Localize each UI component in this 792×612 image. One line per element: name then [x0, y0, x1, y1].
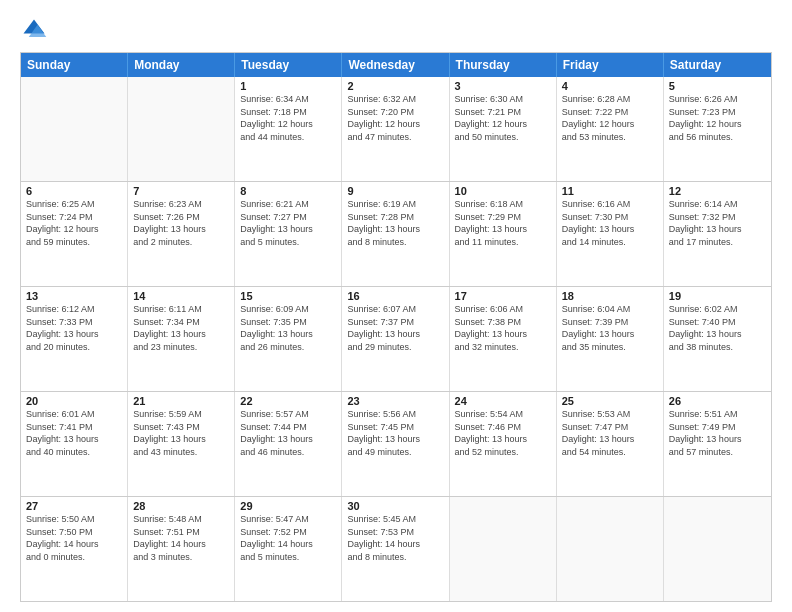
day-info: Sunrise: 6:01 AM Sunset: 7:41 PM Dayligh… — [26, 408, 122, 458]
day-cell-13: 13Sunrise: 6:12 AM Sunset: 7:33 PM Dayli… — [21, 287, 128, 391]
day-cell-empty-1 — [128, 77, 235, 181]
day-cell-14: 14Sunrise: 6:11 AM Sunset: 7:34 PM Dayli… — [128, 287, 235, 391]
day-cell-24: 24Sunrise: 5:54 AM Sunset: 7:46 PM Dayli… — [450, 392, 557, 496]
day-cell-empty-4 — [450, 497, 557, 601]
day-cell-empty-6 — [664, 497, 771, 601]
day-number: 10 — [455, 185, 551, 197]
day-info: Sunrise: 6:32 AM Sunset: 7:20 PM Dayligh… — [347, 93, 443, 143]
day-cell-21: 21Sunrise: 5:59 AM Sunset: 7:43 PM Dayli… — [128, 392, 235, 496]
day-cell-28: 28Sunrise: 5:48 AM Sunset: 7:51 PM Dayli… — [128, 497, 235, 601]
day-cell-30: 30Sunrise: 5:45 AM Sunset: 7:53 PM Dayli… — [342, 497, 449, 601]
day-info: Sunrise: 6:06 AM Sunset: 7:38 PM Dayligh… — [455, 303, 551, 353]
calendar: SundayMondayTuesdayWednesdayThursdayFrid… — [20, 52, 772, 602]
week-row-3: 20Sunrise: 6:01 AM Sunset: 7:41 PM Dayli… — [21, 392, 771, 497]
day-number: 12 — [669, 185, 766, 197]
day-number: 22 — [240, 395, 336, 407]
day-cell-16: 16Sunrise: 6:07 AM Sunset: 7:37 PM Dayli… — [342, 287, 449, 391]
logo-icon — [20, 16, 48, 44]
day-cell-29: 29Sunrise: 5:47 AM Sunset: 7:52 PM Dayli… — [235, 497, 342, 601]
day-cell-3: 3Sunrise: 6:30 AM Sunset: 7:21 PM Daylig… — [450, 77, 557, 181]
day-number: 15 — [240, 290, 336, 302]
day-info: Sunrise: 6:28 AM Sunset: 7:22 PM Dayligh… — [562, 93, 658, 143]
day-info: Sunrise: 6:30 AM Sunset: 7:21 PM Dayligh… — [455, 93, 551, 143]
day-header-saturday: Saturday — [664, 53, 771, 77]
day-info: Sunrise: 6:12 AM Sunset: 7:33 PM Dayligh… — [26, 303, 122, 353]
day-info: Sunrise: 5:51 AM Sunset: 7:49 PM Dayligh… — [669, 408, 766, 458]
day-info: Sunrise: 5:47 AM Sunset: 7:52 PM Dayligh… — [240, 513, 336, 563]
day-cell-7: 7Sunrise: 6:23 AM Sunset: 7:26 PM Daylig… — [128, 182, 235, 286]
day-number: 17 — [455, 290, 551, 302]
day-number: 4 — [562, 80, 658, 92]
week-row-1: 6Sunrise: 6:25 AM Sunset: 7:24 PM Daylig… — [21, 182, 771, 287]
day-cell-12: 12Sunrise: 6:14 AM Sunset: 7:32 PM Dayli… — [664, 182, 771, 286]
day-cell-15: 15Sunrise: 6:09 AM Sunset: 7:35 PM Dayli… — [235, 287, 342, 391]
day-info: Sunrise: 6:19 AM Sunset: 7:28 PM Dayligh… — [347, 198, 443, 248]
day-number: 5 — [669, 80, 766, 92]
day-number: 24 — [455, 395, 551, 407]
day-number: 23 — [347, 395, 443, 407]
day-info: Sunrise: 5:59 AM Sunset: 7:43 PM Dayligh… — [133, 408, 229, 458]
day-cell-11: 11Sunrise: 6:16 AM Sunset: 7:30 PM Dayli… — [557, 182, 664, 286]
day-cell-27: 27Sunrise: 5:50 AM Sunset: 7:50 PM Dayli… — [21, 497, 128, 601]
day-cell-25: 25Sunrise: 5:53 AM Sunset: 7:47 PM Dayli… — [557, 392, 664, 496]
day-number: 19 — [669, 290, 766, 302]
day-header-sunday: Sunday — [21, 53, 128, 77]
day-cell-5: 5Sunrise: 6:26 AM Sunset: 7:23 PM Daylig… — [664, 77, 771, 181]
day-header-friday: Friday — [557, 53, 664, 77]
day-cell-18: 18Sunrise: 6:04 AM Sunset: 7:39 PM Dayli… — [557, 287, 664, 391]
day-cell-8: 8Sunrise: 6:21 AM Sunset: 7:27 PM Daylig… — [235, 182, 342, 286]
day-number: 25 — [562, 395, 658, 407]
day-number: 1 — [240, 80, 336, 92]
day-cell-10: 10Sunrise: 6:18 AM Sunset: 7:29 PM Dayli… — [450, 182, 557, 286]
day-cell-19: 19Sunrise: 6:02 AM Sunset: 7:40 PM Dayli… — [664, 287, 771, 391]
day-info: Sunrise: 5:53 AM Sunset: 7:47 PM Dayligh… — [562, 408, 658, 458]
day-number: 16 — [347, 290, 443, 302]
day-cell-23: 23Sunrise: 5:56 AM Sunset: 7:45 PM Dayli… — [342, 392, 449, 496]
week-row-0: 1Sunrise: 6:34 AM Sunset: 7:18 PM Daylig… — [21, 77, 771, 182]
day-header-thursday: Thursday — [450, 53, 557, 77]
day-cell-empty-5 — [557, 497, 664, 601]
day-info: Sunrise: 6:11 AM Sunset: 7:34 PM Dayligh… — [133, 303, 229, 353]
day-number: 8 — [240, 185, 336, 197]
day-number: 21 — [133, 395, 229, 407]
day-number: 3 — [455, 80, 551, 92]
day-number: 11 — [562, 185, 658, 197]
day-info: Sunrise: 5:54 AM Sunset: 7:46 PM Dayligh… — [455, 408, 551, 458]
day-info: Sunrise: 5:50 AM Sunset: 7:50 PM Dayligh… — [26, 513, 122, 563]
day-info: Sunrise: 6:02 AM Sunset: 7:40 PM Dayligh… — [669, 303, 766, 353]
day-cell-4: 4Sunrise: 6:28 AM Sunset: 7:22 PM Daylig… — [557, 77, 664, 181]
day-info: Sunrise: 6:09 AM Sunset: 7:35 PM Dayligh… — [240, 303, 336, 353]
day-info: Sunrise: 6:26 AM Sunset: 7:23 PM Dayligh… — [669, 93, 766, 143]
day-number: 18 — [562, 290, 658, 302]
day-header-monday: Monday — [128, 53, 235, 77]
day-cell-22: 22Sunrise: 5:57 AM Sunset: 7:44 PM Dayli… — [235, 392, 342, 496]
day-info: Sunrise: 5:45 AM Sunset: 7:53 PM Dayligh… — [347, 513, 443, 563]
day-number: 27 — [26, 500, 122, 512]
day-info: Sunrise: 6:07 AM Sunset: 7:37 PM Dayligh… — [347, 303, 443, 353]
day-cell-20: 20Sunrise: 6:01 AM Sunset: 7:41 PM Dayli… — [21, 392, 128, 496]
day-info: Sunrise: 6:18 AM Sunset: 7:29 PM Dayligh… — [455, 198, 551, 248]
day-number: 13 — [26, 290, 122, 302]
day-info: Sunrise: 6:21 AM Sunset: 7:27 PM Dayligh… — [240, 198, 336, 248]
day-number: 29 — [240, 500, 336, 512]
day-info: Sunrise: 5:56 AM Sunset: 7:45 PM Dayligh… — [347, 408, 443, 458]
day-number: 28 — [133, 500, 229, 512]
day-info: Sunrise: 6:25 AM Sunset: 7:24 PM Dayligh… — [26, 198, 122, 248]
day-info: Sunrise: 5:48 AM Sunset: 7:51 PM Dayligh… — [133, 513, 229, 563]
day-number: 2 — [347, 80, 443, 92]
day-cell-empty-0 — [21, 77, 128, 181]
day-number: 14 — [133, 290, 229, 302]
day-info: Sunrise: 5:57 AM Sunset: 7:44 PM Dayligh… — [240, 408, 336, 458]
day-info: Sunrise: 6:16 AM Sunset: 7:30 PM Dayligh… — [562, 198, 658, 248]
day-header-tuesday: Tuesday — [235, 53, 342, 77]
day-cell-1: 1Sunrise: 6:34 AM Sunset: 7:18 PM Daylig… — [235, 77, 342, 181]
page: SundayMondayTuesdayWednesdayThursdayFrid… — [0, 0, 792, 612]
logo — [20, 16, 52, 44]
day-cell-9: 9Sunrise: 6:19 AM Sunset: 7:28 PM Daylig… — [342, 182, 449, 286]
day-number: 6 — [26, 185, 122, 197]
week-row-4: 27Sunrise: 5:50 AM Sunset: 7:50 PM Dayli… — [21, 497, 771, 601]
header — [20, 16, 772, 44]
day-number: 7 — [133, 185, 229, 197]
day-cell-6: 6Sunrise: 6:25 AM Sunset: 7:24 PM Daylig… — [21, 182, 128, 286]
day-cell-26: 26Sunrise: 5:51 AM Sunset: 7:49 PM Dayli… — [664, 392, 771, 496]
